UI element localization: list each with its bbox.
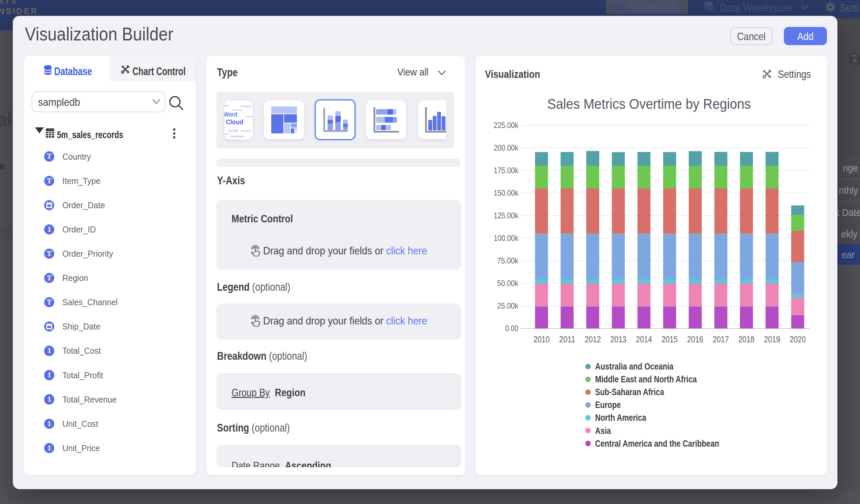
svg-text:150.00k: 150.00k [494, 188, 519, 198]
svg-text:2010: 2010 [533, 334, 550, 344]
svg-text:25.00k: 25.00k [497, 301, 519, 310]
svg-text:2015: 2015 [661, 334, 678, 344]
svg-text:200.00k: 200.00k [494, 143, 519, 152]
svg-text:100.00k: 100.00k [494, 233, 519, 243]
svg-text:175.00k: 175.00k [494, 166, 519, 175]
svg-text:2017: 2017 [713, 334, 729, 344]
svg-text:125.00k: 125.00k [494, 211, 519, 220]
svg-text:2020: 2020 [790, 334, 806, 344]
svg-text:2016: 2016 [687, 334, 703, 344]
svg-text:225.00k: 225.00k [494, 120, 519, 130]
svg-text:2013: 2013 [610, 334, 627, 344]
svg-text:2018: 2018 [739, 334, 755, 344]
svg-text:50.00k: 50.00k [497, 278, 519, 288]
svg-text:2012: 2012 [585, 334, 601, 344]
svg-text:2011: 2011 [559, 334, 575, 344]
svg-text:75.00k: 75.00k [497, 256, 519, 265]
svg-text:2014: 2014 [636, 334, 652, 344]
svg-text:0.00: 0.00 [505, 324, 518, 333]
svg-text:2019: 2019 [764, 334, 780, 344]
